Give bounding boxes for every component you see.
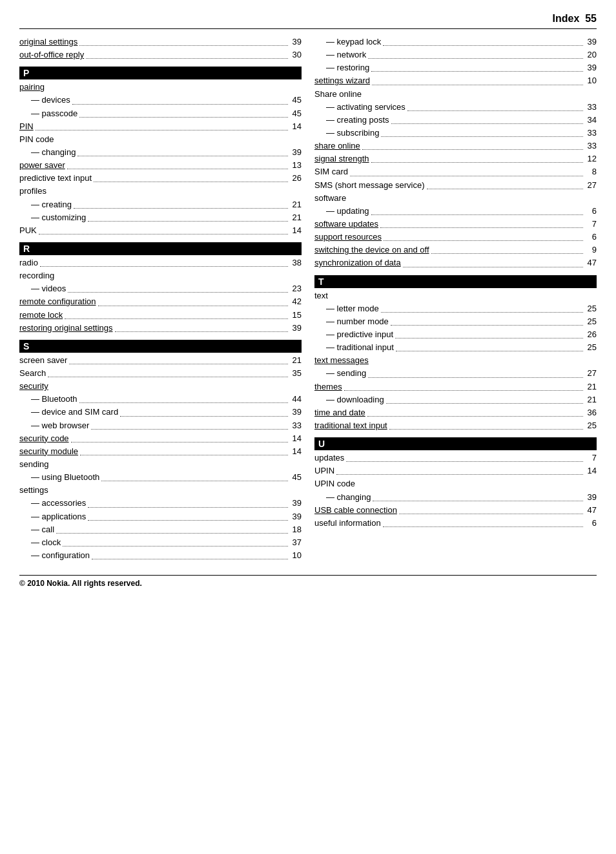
entry-number: 21 bbox=[585, 393, 597, 406]
entry-number: 44 bbox=[290, 393, 302, 406]
entry-number: 14 bbox=[290, 120, 302, 133]
leader-fill bbox=[371, 214, 584, 215]
index-entry: PUK 14 bbox=[19, 224, 302, 237]
entry-number: 25 bbox=[585, 419, 597, 432]
entry-label: — clock bbox=[19, 536, 61, 549]
index-entry: — updating 6 bbox=[314, 205, 597, 218]
entry-label: themes bbox=[314, 380, 342, 393]
entry-number: 33 bbox=[585, 101, 597, 114]
entry-number: 45 bbox=[290, 107, 302, 120]
index-entry: restoring original settings 39 bbox=[19, 322, 302, 335]
leader-fill bbox=[63, 546, 288, 547]
entry-label: — network bbox=[314, 48, 366, 61]
index-entry: useful information 6 bbox=[314, 517, 597, 530]
entry-label: — subscribing bbox=[314, 127, 379, 140]
entry-label: — updating bbox=[314, 205, 369, 218]
entry-label: UPIN code bbox=[314, 477, 355, 490]
entry-number: 39 bbox=[290, 322, 302, 335]
entry-number: 25 bbox=[585, 315, 597, 328]
entry-number: 8 bbox=[585, 165, 597, 178]
leader-fill bbox=[391, 325, 583, 326]
leader-fill bbox=[396, 351, 583, 351]
entry-label: — configuration bbox=[19, 549, 90, 562]
entry-label: — downloading bbox=[314, 393, 384, 406]
index-entry: PIN code bbox=[19, 133, 302, 146]
index-entry: sending bbox=[19, 458, 302, 471]
index-entry: text bbox=[314, 289, 597, 302]
entry-label: — devices bbox=[19, 94, 70, 107]
leader-fill bbox=[371, 162, 583, 163]
entry-number: 12 bbox=[585, 152, 597, 165]
index-entry: — device and SIM card 39 bbox=[19, 406, 302, 419]
leader-fill bbox=[383, 526, 583, 527]
entry-number: 39 bbox=[290, 146, 302, 159]
entry-label: — activating services bbox=[314, 101, 406, 114]
page-header: Index 55 bbox=[19, 13, 597, 29]
entry-number: 39 bbox=[585, 491, 597, 504]
entry-label: PIN bbox=[19, 120, 34, 133]
entry-label: — Bluetooth bbox=[19, 393, 77, 406]
entry-label: share online bbox=[314, 140, 360, 152]
entry-number: 21 bbox=[290, 211, 302, 224]
leader-fill bbox=[381, 312, 583, 313]
entry-label: — creating posts bbox=[314, 114, 389, 127]
leader-fill bbox=[65, 318, 288, 319]
entry-number: 27 bbox=[585, 367, 597, 380]
index-entry: — subscribing 33 bbox=[314, 127, 597, 140]
entry-number: 21 bbox=[290, 198, 302, 211]
footer-text: © 2010 Nokia. All rights reserved. bbox=[19, 579, 142, 588]
leader-fill bbox=[77, 156, 288, 156]
entry-number: 45 bbox=[290, 471, 302, 484]
index-entry: SMS (short message service) 27 bbox=[314, 179, 597, 192]
leader-fill bbox=[39, 234, 288, 234]
entry-label: screen saver bbox=[19, 354, 67, 367]
entry-label: security bbox=[19, 380, 48, 393]
leader-fill bbox=[391, 123, 583, 124]
leader-fill bbox=[67, 169, 288, 169]
entry-label: software updates bbox=[314, 218, 378, 231]
entry-label: security module bbox=[19, 445, 78, 458]
entry-number: 45 bbox=[290, 94, 302, 107]
index-entry: — restoring 39 bbox=[314, 61, 597, 74]
entry-label: switching the device on and off bbox=[314, 244, 429, 256]
entry-number: 21 bbox=[290, 354, 302, 367]
index-entry: — customizing 21 bbox=[19, 211, 302, 224]
index-entry: — changing 39 bbox=[314, 491, 597, 504]
leader-fill bbox=[69, 364, 288, 364]
entry-number: 26 bbox=[585, 328, 597, 341]
leader-fill bbox=[56, 533, 288, 534]
entry-number: 14 bbox=[290, 445, 302, 458]
leader-fill bbox=[68, 292, 288, 293]
leader-fill bbox=[91, 429, 288, 430]
entry-number: 6 bbox=[585, 231, 597, 244]
index-entry: original settings 39 bbox=[19, 36, 302, 48]
entry-number: 14 bbox=[290, 224, 302, 237]
index-entry: switching the device on and off 9 bbox=[314, 244, 597, 256]
entry-label: — passcode bbox=[19, 107, 77, 120]
leader-fill bbox=[403, 267, 583, 267]
leader-fill bbox=[36, 130, 288, 130]
index-entry: remote lock 15 bbox=[19, 309, 302, 322]
entry-number: 34 bbox=[585, 114, 597, 127]
index-entry: settings wizard 10 bbox=[314, 74, 597, 87]
entry-number: 10 bbox=[290, 549, 302, 562]
index-entry: — network 20 bbox=[314, 48, 597, 61]
entry-number: 25 bbox=[585, 341, 597, 354]
section-header: S bbox=[19, 340, 302, 353]
index-entry: text messages bbox=[314, 354, 597, 367]
entry-number: 39 bbox=[585, 61, 597, 74]
entry-number: 15 bbox=[290, 309, 302, 322]
leader-fill bbox=[94, 182, 288, 182]
index-entry: software bbox=[314, 192, 597, 205]
index-entry: power saver 13 bbox=[19, 159, 302, 172]
index-entry: — configuration 10 bbox=[19, 549, 302, 562]
leader-fill bbox=[427, 189, 584, 189]
leader-fill bbox=[88, 520, 288, 521]
leader-fill bbox=[101, 481, 288, 481]
index-entry: — letter mode 25 bbox=[314, 302, 597, 315]
entry-number: 20 bbox=[585, 48, 597, 61]
entry-number: 14 bbox=[290, 432, 302, 445]
entry-number: 39 bbox=[290, 406, 302, 419]
entry-number: 27 bbox=[585, 179, 597, 192]
leader-fill bbox=[367, 416, 583, 417]
